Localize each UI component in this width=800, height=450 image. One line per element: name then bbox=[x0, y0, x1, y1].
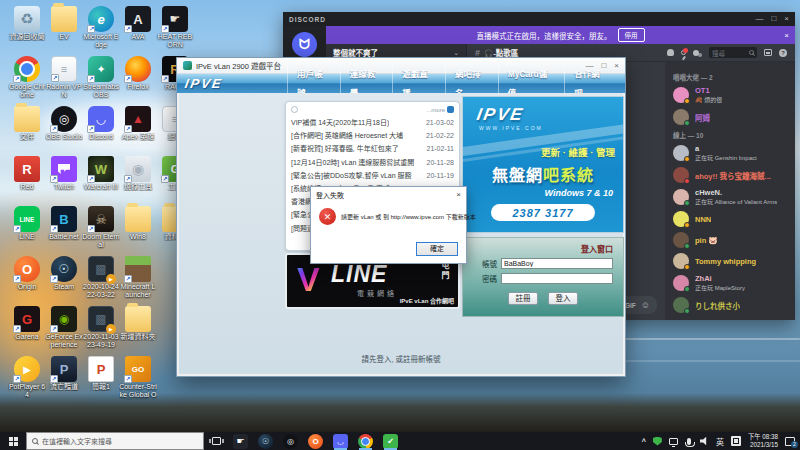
inbox-icon[interactable] bbox=[764, 49, 772, 56]
member-row[interactable]: cHweN.正在玩 Alliance of Valiant Arms bbox=[673, 188, 789, 206]
member-status: 正在玩 Genshin Impact bbox=[695, 153, 757, 162]
desktop-icon-ppt[interactable]: P簡報1 bbox=[82, 356, 120, 391]
desktop-icon-doc[interactable]: ≡↗Radmin VPN bbox=[45, 56, 83, 99]
pinned-messages-icon[interactable] bbox=[681, 50, 686, 55]
username-field[interactable] bbox=[501, 258, 613, 269]
csgo-icon: GO↗ bbox=[125, 356, 151, 382]
network-tray-icon[interactable] bbox=[669, 438, 678, 445]
news-row[interactable]: VIP補償 14天(2020年11月18日)21-03-02 bbox=[291, 116, 454, 129]
desktop-icon-ava[interactable]: A↗AVA bbox=[119, 6, 157, 41]
desktop-icon-heat[interactable]: ☛↗HEAT REBORN bbox=[156, 6, 194, 49]
ad-banner[interactable]: IPVE WWW.IPVE.COM 更新 · 維護 · 管理 無盤網吧系統 Wi… bbox=[462, 96, 624, 233]
member-row[interactable]: NNN bbox=[673, 211, 789, 227]
taskbar-app-obs-studio[interactable]: ◎ bbox=[278, 432, 303, 450]
dialog-close-icon[interactable]: × bbox=[456, 190, 461, 199]
minimize-button[interactable]: — bbox=[755, 15, 763, 23]
discord-home-icon[interactable]: ᗢ bbox=[292, 32, 317, 57]
help-icon[interactable]: ? bbox=[779, 49, 787, 57]
news-row[interactable]: [緊急公告]被DDoS攻擊,暫停 vLan 服務20-11-19 bbox=[291, 169, 454, 182]
action-center-icon[interactable]: 2 bbox=[785, 437, 795, 446]
gif-picker-icon[interactable]: GIF bbox=[625, 302, 636, 309]
desktop-icon-disc[interactable]: ◉↗燒錄工具 bbox=[119, 156, 157, 191]
desktop-icon-csgo[interactable]: GO↗Counter-Strike Global Offensive bbox=[119, 356, 157, 400]
desktop-icon-label: Garena bbox=[8, 333, 46, 341]
desktop-icon-potplayer[interactable]: ▶↗PotPlayer 64 bbox=[8, 356, 46, 399]
hidden-icons-chevron[interactable]: ^ bbox=[642, 438, 646, 445]
desktop-icon-geforce[interactable]: ◉↗GeForce Experience bbox=[45, 306, 83, 349]
member-row[interactable]: a正在玩 Genshin Impact bbox=[673, 144, 789, 162]
emoji-picker-icon[interactable]: ☺ bbox=[641, 301, 650, 310]
shortcut-arrow-icon: ↗ bbox=[124, 125, 132, 133]
dialog-titlebar[interactable]: 登入失敗 × bbox=[311, 187, 466, 202]
username-label: 帳號 bbox=[473, 258, 497, 269]
desktop-icon-steam[interactable]: ☉↗Steam bbox=[45, 256, 83, 291]
desktop-icon-discord[interactable]: ◡↗Discord bbox=[82, 106, 120, 141]
desktop-icon-obs[interactable]: ◎↗OBS Studio bbox=[45, 106, 83, 141]
banner-close-icon[interactable]: × bbox=[784, 31, 789, 40]
member-row[interactable]: ahoy!! 我ら宝鐘海賊... bbox=[673, 167, 789, 183]
shortcut-arrow-icon: ↗ bbox=[50, 275, 58, 283]
password-field[interactable] bbox=[501, 273, 613, 284]
desktop-icon-video[interactable]: ▩2020-11-03 23-49-19 bbox=[82, 306, 120, 349]
member-row[interactable]: OT1🍂 煩的很 bbox=[673, 86, 789, 104]
desktop-icon-doom[interactable]: ☠↗Doom Eternal bbox=[82, 206, 120, 249]
desktop-icon-twitch[interactable]: ↗Twitch bbox=[45, 156, 83, 191]
member-row[interactable]: ZhAi正在玩 MapleStory bbox=[673, 274, 789, 292]
taskbar-app-green-app[interactable]: ✔ bbox=[378, 432, 403, 450]
discord-search-input[interactable]: 搜尋 bbox=[709, 47, 757, 58]
desktop-icon-poe[interactable]: P↗流亡黯道 bbox=[45, 356, 83, 391]
desktop-icon-slobs[interactable]: ✦↗Streamlabs OBS bbox=[82, 56, 120, 99]
desktop-icon-redfile[interactable]: RRed bbox=[8, 156, 46, 191]
notifications-bell-icon[interactable] bbox=[667, 49, 674, 56]
member-row[interactable]: りしれ供さ小 bbox=[673, 297, 789, 313]
news-row[interactable]: [12月14日02時] vLan 連線服務嘗試重開20-11-28 bbox=[291, 156, 454, 169]
desktop-icon-minecraft[interactable]: ↗Minecraft Launcher bbox=[119, 256, 157, 299]
desktop-icon-recycle[interactable]: ♻資源回收筒 bbox=[8, 6, 46, 41]
vline-wordmark: LINE bbox=[331, 261, 387, 288]
desktop-icon-folder[interactable]: 文件 bbox=[8, 106, 46, 141]
taskbar-app-origin[interactable]: O bbox=[303, 432, 328, 450]
disable-streamer-mode-button[interactable]: 停用 bbox=[618, 28, 645, 42]
member-row[interactable]: 阿姆 bbox=[673, 109, 789, 125]
avatar bbox=[673, 275, 689, 291]
desktop-icon-apex[interactable]: ▲↗Apex 英雄 bbox=[119, 106, 157, 141]
member-row[interactable]: pin 🐷 bbox=[673, 232, 789, 248]
ok-button[interactable]: 確定 bbox=[416, 242, 458, 256]
volume-tray-icon[interactable] bbox=[700, 437, 709, 446]
member-row[interactable]: Tommy whipping bbox=[673, 253, 789, 269]
close-button[interactable]: × bbox=[784, 15, 789, 23]
taskbar-clock[interactable]: 下午 08:38 2021/3/15 bbox=[748, 433, 778, 450]
desktop-icon-folder[interactable]: 新增資料夾 bbox=[119, 306, 157, 341]
desktop-icon-bnet[interactable]: B↗Battle.net bbox=[45, 206, 83, 241]
desktop-icon-folder[interactable]: Win8 bbox=[119, 206, 157, 241]
login-button[interactable]: 登入 bbox=[548, 292, 578, 305]
desktop-icon-folder[interactable]: EV bbox=[45, 6, 83, 41]
desktop-icon-label: Apex 英雄 bbox=[119, 133, 157, 141]
task-view-button[interactable] bbox=[204, 432, 228, 450]
desktop-icon-edge[interactable]: e↗Microsoft Edge bbox=[82, 6, 120, 49]
register-button[interactable]: 註冊 bbox=[508, 292, 538, 305]
news-more-link[interactable]: ...more bbox=[426, 106, 454, 113]
desktop-icon-wc3[interactable]: W↗Warcraft III bbox=[82, 156, 120, 191]
desktop-icon-origin[interactable]: O↗Origin bbox=[8, 256, 46, 291]
ime-language-indicator[interactable]: 英 bbox=[716, 436, 724, 447]
microphone-tray-icon[interactable] bbox=[687, 438, 691, 445]
desktop-icon-video[interactable]: ▩2020-10-24 22-03-22 bbox=[82, 256, 120, 299]
member-list-icon[interactable] bbox=[693, 50, 699, 56]
desktop-icon-chrome[interactable]: ↗Google Chrome bbox=[8, 56, 46, 99]
desktop-icon-firefox[interactable]: ↗Firefox bbox=[119, 56, 157, 91]
antivirus-tray-icon[interactable] bbox=[653, 437, 662, 446]
desktop-icon-garena[interactable]: G↗Garena bbox=[8, 306, 46, 341]
taskbar-app-discord[interactable]: ◡ bbox=[328, 432, 353, 450]
discord-titlebar[interactable]: DISCORD — □ × bbox=[283, 12, 795, 26]
news-row[interactable]: [合作網吧] 英雄網絡 Heroesnet 大埔21-02-22 bbox=[291, 129, 454, 142]
news-row[interactable]: [新春祝賀] 好運春臨, 牛年紅包來了21-02-11 bbox=[291, 142, 454, 155]
taskbar-app-heat-reborn[interactable]: ☛ bbox=[228, 432, 253, 450]
desktop-icon-line-app[interactable]: LINE↗LINE bbox=[8, 206, 46, 241]
taskbar-search-input[interactable]: 在這裡輸入文字來搜尋 bbox=[26, 432, 204, 450]
taskbar-app-steam[interactable]: ☉ bbox=[253, 432, 278, 450]
taskbar-app-chrome[interactable] bbox=[353, 432, 378, 450]
ime-mode-icon[interactable] bbox=[731, 436, 741, 446]
start-button[interactable] bbox=[0, 432, 26, 450]
maximize-button[interactable]: □ bbox=[771, 15, 776, 23]
